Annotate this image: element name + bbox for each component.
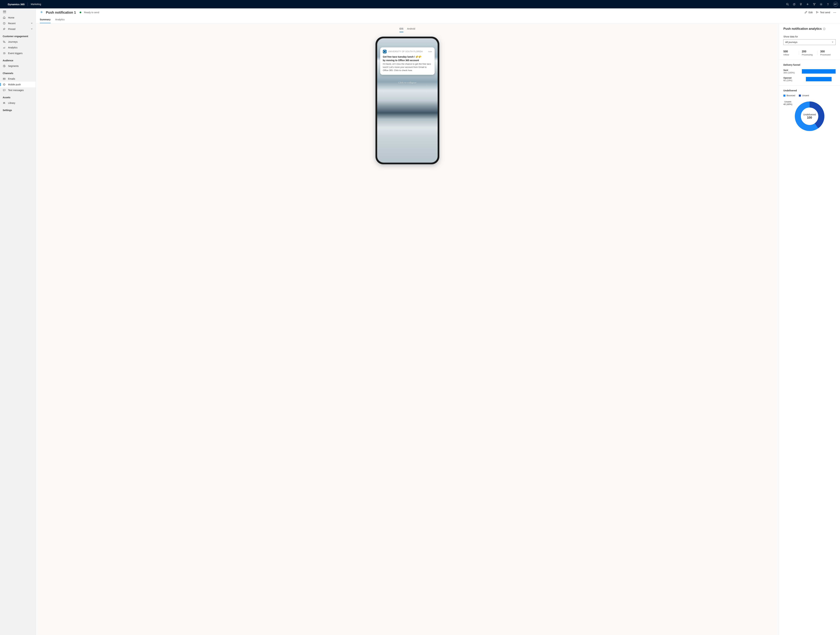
notification-card[interactable]: UNIVERSITY OF SOUTH FLORIDA now Get free… (380, 47, 434, 75)
donut-center: Undelivered 100 (803, 113, 816, 119)
sidebar-item-library[interactable]: Library (0, 100, 36, 106)
undelivered-title: Undelivered (783, 89, 835, 92)
stat-value: 500 (783, 50, 797, 53)
content-area: Push notification 1 Ready to send Edit T… (36, 8, 840, 635)
notification-body: Hi David, on't miss the chance to get th… (383, 63, 432, 72)
email-icon (3, 77, 6, 80)
status-text: Ready to send (84, 11, 99, 14)
back-arrow-icon[interactable] (40, 10, 43, 14)
stat-value: 200 (802, 50, 816, 53)
sidebar-item-label: Segments (8, 65, 19, 67)
svg-point-10 (5, 42, 5, 43)
sidebar-item-home[interactable]: Home (0, 15, 36, 21)
stat-processed: 300 Processed (817, 50, 835, 56)
svg-line-25 (5, 102, 5, 104)
edit-button[interactable]: Edit (805, 11, 813, 14)
app-launcher-icon[interactable] (2, 3, 5, 6)
stat-label: Processed (820, 54, 834, 56)
sidebar-item-label: Text messages (8, 89, 24, 92)
test-send-button[interactable]: Test send (816, 11, 830, 14)
search-icon[interactable] (786, 3, 789, 6)
left-sidebar: Home Recent Pinned Customer engagement J… (0, 8, 36, 635)
info-icon[interactable]: i (823, 28, 826, 30)
more-actions-button[interactable] (834, 12, 836, 13)
sidebar-item-mobile-push[interactable]: Mobile push (0, 82, 36, 87)
timer-icon[interactable] (793, 3, 796, 6)
legend-unsent: Unsent (799, 94, 809, 97)
funnel-item-label: Sent (783, 69, 800, 71)
filter-icon[interactable] (813, 3, 816, 6)
os-tab-android[interactable]: Android (407, 26, 415, 32)
module-name[interactable]: Marketing (31, 3, 41, 6)
send-icon (816, 11, 819, 14)
undelivered-legend: Bounced Unsent (783, 94, 835, 97)
sidebar-item-segments[interactable]: Segments (0, 63, 36, 69)
top-nav-bar: Dynamics 365 Marketing MT (0, 0, 840, 8)
sidebar-item-text-messages[interactable]: Text messages (0, 87, 36, 93)
notification-time: now (428, 51, 432, 53)
stats-row: 500 Inflow 200 Processing 300 Processed (783, 50, 835, 56)
collapse-hint[interactable]: Click to collapse (377, 81, 437, 84)
donut-slice-name: Unsent (783, 101, 792, 103)
brand-name[interactable]: Dynamics 365 (8, 3, 25, 6)
stat-inflow: 500 Inflow (783, 50, 799, 56)
sidebar-item-label: Analytics (8, 46, 17, 49)
sidebar-item-label: Pinned (8, 28, 16, 30)
mobile-push-icon (3, 83, 6, 86)
donut-center-value: 100 (803, 116, 816, 119)
test-send-button-label: Test send (820, 11, 830, 14)
svg-line-1 (788, 5, 789, 5)
filter-selected-value: All journeys (785, 41, 797, 44)
status-indicator (80, 12, 81, 13)
chevron-down-icon (831, 41, 834, 44)
funnel-row-opened: Opened 60 (19%) (783, 77, 835, 82)
sidebar-item-emails[interactable]: Emails (0, 76, 36, 82)
notification-app-icon (383, 50, 387, 54)
legend-swatch (783, 95, 785, 96)
legend-label: Bounced (786, 94, 795, 97)
sidebar-item-recent[interactable]: Recent (0, 21, 36, 26)
sidebar-section-channels: Channels (0, 69, 36, 76)
sidebar-item-label: Event triggers (8, 52, 22, 55)
funnel-bar-opened (806, 77, 832, 81)
settings-icon[interactable] (819, 3, 823, 6)
help-icon[interactable] (827, 3, 829, 6)
user-avatar[interactable]: MT (833, 2, 838, 6)
sidebar-toggle[interactable] (0, 10, 36, 15)
sidebar-item-label: Recent (8, 22, 16, 25)
sidebar-item-pinned[interactable]: Pinned (0, 26, 36, 32)
svg-rect-20 (4, 84, 5, 85)
content-tabs: Summary Analytics (36, 16, 840, 23)
sidebar-section-engagement: Customer engagement (0, 32, 36, 39)
lightbulb-icon[interactable] (799, 3, 802, 6)
sidebar-section-audience: Audience (0, 56, 36, 63)
filter-label: Show data for (783, 35, 835, 38)
journey-filter-select[interactable]: All journeys (783, 39, 835, 45)
funnel-bar-sent (802, 69, 835, 74)
sidebar-item-analytics[interactable]: Analytics (0, 45, 36, 51)
notification-app-name: UNIVERSITY OF SOUTH FLORIDA (388, 51, 426, 53)
home-icon (3, 16, 6, 19)
legend-label: Unsent (802, 94, 809, 97)
sidebar-item-journeys[interactable]: Journeys (0, 39, 36, 45)
os-tabs: iOS Android (399, 26, 415, 32)
clock-icon (3, 22, 6, 25)
delivery-funnel-title: Delivery funnel (783, 63, 835, 66)
analytics-title-text: Push notification analytics (783, 27, 822, 31)
sidebar-item-label: Home (8, 16, 14, 19)
sidebar-item-event-triggers[interactable]: Event triggers (0, 51, 36, 56)
legend-bounced: Bounced (783, 94, 795, 97)
tab-analytics[interactable]: Analytics (55, 16, 65, 23)
funnel-item-label: Opened (783, 77, 800, 79)
plus-icon[interactable] (806, 3, 809, 6)
tab-summary[interactable]: Summary (40, 16, 51, 23)
phone-mockup: UNIVERSITY OF SOUTH FLORIDA now Get free… (376, 36, 439, 164)
notification-title-line1: Get free taco tuesday lunch ! 🌮🌮 (383, 55, 432, 58)
funnel-item-sub: 60 (19%) (783, 79, 800, 82)
analytics-title: Push notification analytics i (783, 27, 835, 31)
edit-button-label: Edit (808, 11, 813, 14)
page-title: Push notification 1 (46, 11, 76, 14)
undelivered-donut: Unsent 40 (40%) Undelivered 100 (783, 100, 835, 133)
sms-icon (3, 89, 6, 92)
os-tab-ios[interactable]: iOS (399, 26, 403, 32)
